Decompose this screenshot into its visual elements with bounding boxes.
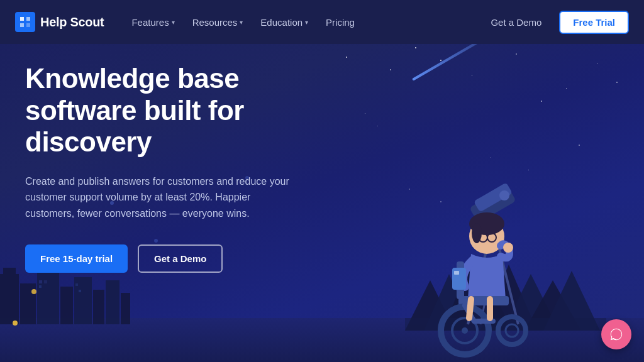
svg-rect-47 xyxy=(15,12,35,32)
helpscout-logo-icon xyxy=(15,12,35,32)
svg-rect-46 xyxy=(454,271,459,275)
svg-rect-10 xyxy=(121,293,130,324)
svg-rect-9 xyxy=(106,280,119,324)
nav-free-trial[interactable]: Free Trial xyxy=(559,11,629,34)
nav-resources[interactable]: Resources ▾ xyxy=(185,12,251,33)
svg-rect-5 xyxy=(44,280,47,283)
person-illustration xyxy=(367,98,594,362)
svg-point-40 xyxy=(462,327,468,334)
svg-rect-4 xyxy=(39,280,42,283)
hero-subtitle: Create and publish answers for customers… xyxy=(25,173,302,222)
svg-rect-1 xyxy=(3,268,16,274)
svg-rect-3 xyxy=(37,271,59,324)
hero-buttons: Free 15-day trial Get a Demo xyxy=(25,244,352,273)
svg-rect-45 xyxy=(452,268,466,290)
chat-icon xyxy=(609,327,623,341)
hero-content: Knowledge base software built for discov… xyxy=(25,63,352,273)
svg-point-35 xyxy=(503,243,513,253)
particle xyxy=(31,289,36,294)
chevron-down-icon: ▾ xyxy=(172,19,175,26)
nav-links: Features ▾ Resources ▾ Education ▾ Prici… xyxy=(124,12,483,33)
chevron-down-icon: ▾ xyxy=(305,19,308,26)
free-trial-button[interactable]: Free 15-day trial xyxy=(25,244,128,273)
svg-rect-13 xyxy=(79,290,81,292)
particle xyxy=(13,321,18,326)
nav-pricing[interactable]: Pricing xyxy=(318,12,362,33)
hero-title: Knowledge base software built for discov… xyxy=(25,63,352,158)
brand-name: Help Scout xyxy=(40,15,104,30)
svg-rect-12 xyxy=(75,283,78,286)
svg-rect-6 xyxy=(60,287,73,324)
svg-rect-11 xyxy=(39,285,42,288)
nav-features[interactable]: Features ▾ xyxy=(124,12,182,33)
logo-link[interactable]: Help Scout xyxy=(15,12,104,32)
svg-point-42 xyxy=(506,324,518,337)
svg-rect-8 xyxy=(93,290,104,324)
nav-education[interactable]: Education ▾ xyxy=(253,12,316,33)
svg-rect-0 xyxy=(0,274,19,324)
nav-right: Get a Demo Free Trial xyxy=(483,11,629,34)
chevron-down-icon: ▾ xyxy=(240,19,243,26)
hero-section: Knowledge base software built for discov… xyxy=(0,0,644,362)
svg-point-28 xyxy=(499,190,509,200)
svg-point-41 xyxy=(498,317,526,344)
nav-get-demo[interactable]: Get a Demo xyxy=(483,12,549,33)
chat-bubble-button[interactable] xyxy=(601,319,631,349)
navigation: Help Scout Features ▾ Resources ▾ Educat… xyxy=(0,0,644,44)
get-demo-button[interactable]: Get a Demo xyxy=(138,244,223,273)
